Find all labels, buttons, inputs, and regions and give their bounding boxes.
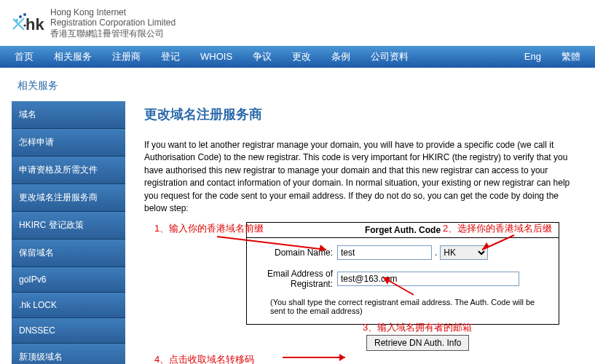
svg-point-0: [19, 15, 22, 18]
svg-line-5: [217, 237, 326, 250]
arrow-3-icon: [377, 273, 421, 298]
nav-registrar[interactable]: 注册商: [102, 46, 151, 68]
nav-rules[interactable]: 条例: [321, 46, 360, 68]
arrow-1-icon: [217, 234, 334, 254]
sidebar-item-hklock[interactable]: .hk LOCK: [12, 293, 125, 318]
page-title: 更改域名注册服务商: [144, 106, 579, 123]
brand-line2: Registration Corporation Limited: [50, 17, 176, 28]
brand-text: Hong Kong Internet Registration Corporat…: [50, 7, 176, 40]
brand-line3: 香港互聯網註冊管理有限公司: [50, 28, 176, 40]
section-title: 相关服务: [0, 68, 595, 101]
arrow-2-icon: [478, 234, 521, 254]
svg-marker-12: [339, 354, 345, 361]
svg-point-4: [23, 24, 25, 26]
sidebar-item-hkirc-policy[interactable]: HKIRC 登记政策: [12, 212, 125, 240]
retrieve-button[interactable]: Retrieve DN Auth. Info: [366, 335, 469, 351]
sidebar-item-change-registrar[interactable]: 更改域名注册服务商: [12, 184, 125, 212]
sidebar-item-requirements[interactable]: 申请资格及所需文件: [12, 157, 125, 184]
sidebar-item-domain[interactable]: 域名: [12, 101, 125, 129]
navbar: 首页 相关服务 注册商 登记 WHOIS 争议 更改 条例 公司资料 Eng 繁…: [0, 46, 595, 68]
sidebar: 域名 怎样申请 申请资格及所需文件 更改域名注册服务商 HKIRC 登记政策 保…: [12, 101, 125, 364]
nav-services[interactable]: 相关服务: [44, 46, 102, 68]
main-content: 更改域名注册服务商 If you want to let another reg…: [125, 101, 595, 364]
dot-separator: .: [435, 248, 437, 258]
domain-name-input[interactable]: [337, 245, 432, 260]
registrant-email-input[interactable]: [337, 272, 519, 286]
intro-text: If you want to let another registrar man…: [144, 139, 579, 215]
nav-change[interactable]: 更改: [282, 46, 321, 68]
nav-dispute[interactable]: 争议: [243, 46, 282, 68]
form-note: (You shall type the correct registrant e…: [257, 298, 548, 315]
arrow-4-icon: [283, 352, 352, 363]
sidebar-item-dnssec[interactable]: DNSSEC: [12, 318, 125, 344]
header: hk Hong Kong Internet Registration Corpo…: [0, 0, 595, 46]
logo-icon: hk: [11, 9, 46, 39]
svg-text:hk: hk: [25, 15, 44, 33]
nav-whois[interactable]: WHOIS: [190, 46, 243, 68]
sidebar-item-newtld[interactable]: 新顶级域名: [12, 344, 125, 364]
annotation-3: 3、输入域名拥有者的邮箱: [363, 321, 472, 334]
sidebar-item-goipv6[interactable]: goIPv6: [12, 267, 125, 293]
nav-register[interactable]: 登记: [151, 46, 190, 68]
nav-company[interactable]: 公司资料: [360, 46, 419, 68]
sidebar-item-apply[interactable]: 怎样申请: [12, 129, 125, 157]
brand-line1: Hong Kong Internet: [50, 7, 176, 17]
lang-eng[interactable]: Eng: [514, 46, 551, 68]
email-label: Email Address of Registrant:: [257, 269, 337, 289]
annotation-4: 4、点击收取域名转移码: [154, 353, 254, 364]
sidebar-item-reserved[interactable]: 保留域名: [12, 240, 125, 267]
nav-home[interactable]: 首页: [4, 46, 44, 68]
lang-trad[interactable]: 繁體: [551, 46, 591, 68]
